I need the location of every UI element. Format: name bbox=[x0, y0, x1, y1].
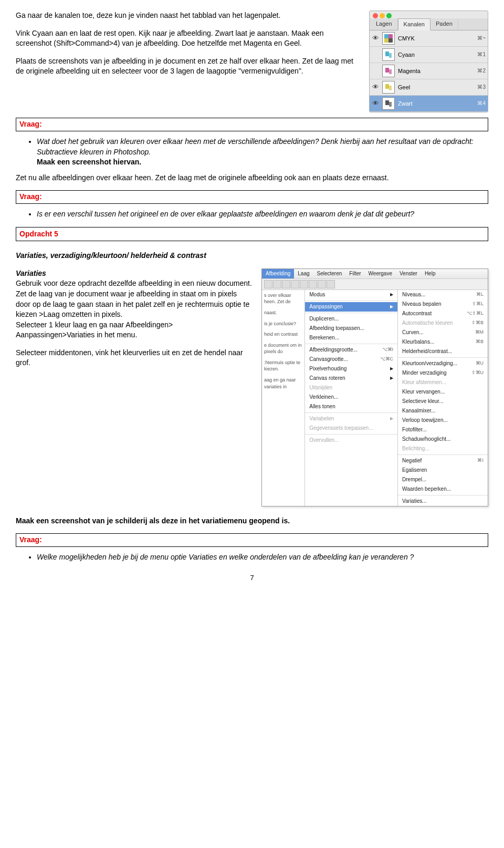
visibility-eye-icon[interactable]: 👁 bbox=[372, 84, 379, 91]
menu-separator bbox=[305, 434, 397, 435]
menubar-item-afbeelding[interactable]: Afbeelding bbox=[262, 269, 294, 278]
menu-item: Variabelen▶ bbox=[305, 414, 397, 423]
menu-item[interactable]: Kleur vervangen... bbox=[398, 387, 488, 397]
menu-item[interactable]: Verkleinen... bbox=[305, 392, 397, 402]
menubar-item-help[interactable]: Help bbox=[421, 269, 439, 278]
menu-item[interactable]: Variaties... bbox=[398, 497, 488, 506]
svg-rect-4 bbox=[385, 51, 389, 56]
menu-item[interactable]: Canvasgrootte...⌥⌘C bbox=[305, 355, 397, 364]
channel-shortcut: ⌘2 bbox=[477, 67, 486, 75]
menu-item[interactable]: Autocontrast⌥⇧⌘L bbox=[398, 309, 488, 318]
channel-label: Cyaan bbox=[398, 51, 474, 59]
vraag-label-2: Vraag: bbox=[19, 192, 42, 201]
menu-item[interactable]: Egaliseren bbox=[398, 466, 488, 475]
menu-item[interactable]: Schaduw/hooglicht... bbox=[398, 435, 488, 444]
tab-lagen[interactable]: Lagen bbox=[371, 18, 398, 30]
min-dot[interactable] bbox=[380, 13, 385, 18]
channel-shortcut: ⌘3 bbox=[477, 84, 486, 91]
channel-thumb bbox=[382, 81, 395, 94]
tab-paden[interactable]: Paden bbox=[430, 18, 458, 30]
truncated-doc-text: s over elkaar heen. Zet denaast.is je co… bbox=[262, 290, 305, 506]
svg-rect-3 bbox=[388, 38, 393, 43]
vraag1-bold: Maak een screenshot hiervan. bbox=[37, 158, 141, 166]
vraag3-bullet: Welke mogelijkheden heb je bij de menu o… bbox=[37, 552, 488, 563]
menu-item[interactable]: Waarden beperken... bbox=[398, 484, 488, 494]
max-dot[interactable] bbox=[386, 13, 392, 18]
menu-item[interactable]: Fotofilter... bbox=[398, 425, 488, 435]
menu-item[interactable]: Kleurbalans...⌘B bbox=[398, 337, 488, 347]
vraag-box-1: Vraag: bbox=[16, 118, 488, 131]
menu-item[interactable]: Kleurtoon/verzadiging...⌘U bbox=[398, 359, 488, 368]
channel-shortcut: ⌘~ bbox=[477, 35, 486, 42]
menu-item[interactable]: Drempel... bbox=[398, 475, 488, 484]
vraag-box-3: Vraag: bbox=[16, 533, 488, 547]
channel-shortcut: ⌘1 bbox=[477, 51, 486, 58]
menu-item[interactable]: Negatief⌘I bbox=[398, 456, 488, 466]
menubar-item-laag[interactable]: Laag bbox=[294, 269, 313, 278]
channel-shortcut: ⌘4 bbox=[477, 100, 486, 107]
channel-thumb bbox=[382, 65, 395, 77]
menu-item: Gegevenssets toepassen... bbox=[305, 423, 397, 433]
menu-item[interactable]: Selectieve kleur... bbox=[398, 397, 488, 406]
bold-instruction: Maak een screenshot van je schilderij al… bbox=[16, 516, 488, 526]
visibility-eye-icon[interactable] bbox=[372, 67, 379, 75]
menu-item[interactable]: Kanaalmixer... bbox=[398, 406, 488, 416]
visibility-eye-icon[interactable]: 👁 bbox=[372, 100, 379, 107]
menubar-item-weergave[interactable]: Weergave bbox=[365, 269, 396, 278]
menu-separator bbox=[398, 357, 488, 358]
svg-rect-5 bbox=[389, 53, 392, 58]
variaties-p4: Selecteer middentonen, vink het kleurver… bbox=[16, 348, 252, 368]
menu-item[interactable]: Verloop toewijzen... bbox=[398, 416, 488, 425]
menu-item[interactable]: Niveaus bepalen⇧⌘L bbox=[398, 299, 488, 309]
close-dot[interactable] bbox=[373, 13, 378, 18]
menu-item[interactable]: Berekenen... bbox=[305, 333, 397, 343]
intro-p2: Vink Cyaan aan en laat de rest open. Kij… bbox=[16, 28, 359, 49]
menu-item[interactable]: Helderheid/contrast... bbox=[398, 347, 488, 356]
menu-item[interactable]: Afbeeldingsgrootte...⌥⌘I bbox=[305, 345, 397, 355]
tab-kanalen[interactable]: Kanalen bbox=[398, 18, 430, 30]
channel-label: Zwart bbox=[398, 100, 474, 108]
svg-rect-9 bbox=[389, 86, 392, 90]
channel-thumb bbox=[382, 48, 395, 61]
opdracht5-label: Opdracht 5 bbox=[19, 230, 58, 238]
variaties-p1: Gebruik voor deze opdracht dezelfde afbe… bbox=[16, 278, 252, 289]
menu-separator bbox=[398, 454, 488, 455]
menubar-item-venster[interactable]: Venster bbox=[396, 269, 421, 278]
menu-item[interactable]: Curven...⌘M bbox=[398, 328, 488, 337]
menu-item[interactable]: Niveaus...⌘L bbox=[398, 290, 488, 299]
channel-row-cmyk[interactable]: 👁CMYK⌘~ bbox=[370, 30, 488, 47]
menu-item[interactable]: Alles tonen bbox=[305, 402, 397, 411]
menu-item[interactable]: Canvas roteren▶ bbox=[305, 374, 397, 383]
menu-item: Belichting... bbox=[398, 444, 488, 453]
menubar-item-selecteren[interactable]: Selecteren bbox=[313, 269, 346, 278]
variaties-p2: Zet de laag van je document waar je afbe… bbox=[16, 289, 252, 320]
menu-item[interactable]: Pixelverhouding▶ bbox=[305, 364, 397, 374]
visibility-eye-icon[interactable] bbox=[372, 51, 379, 58]
channel-label: Magenta bbox=[398, 67, 474, 75]
channel-row-geel[interactable]: 👁Geel⌘3 bbox=[370, 79, 488, 96]
channel-thumb bbox=[382, 97, 395, 110]
menu-item[interactable]: Modus▶ bbox=[305, 290, 397, 299]
tool-icons-row bbox=[262, 279, 488, 290]
afbeelding-menu: AfbeeldingLaagSelecterenFilterWeergaveVe… bbox=[261, 268, 488, 506]
channel-row-magenta[interactable]: Magenta⌘2 bbox=[370, 63, 488, 79]
svg-rect-8 bbox=[385, 84, 389, 89]
menu-item[interactable]: Afbeelding toepassen... bbox=[305, 324, 397, 333]
svg-rect-6 bbox=[385, 68, 389, 73]
menu-item: Automatische kleuren⇧⌘B bbox=[398, 318, 488, 328]
menu-item[interactable]: Minder verzadiging⇧⌘U bbox=[398, 368, 488, 378]
channel-row-cyaan[interactable]: Cyaan⌘1 bbox=[370, 47, 488, 63]
variaties-heading: Variaties bbox=[16, 269, 46, 277]
svg-rect-10 bbox=[385, 100, 389, 105]
intro-p3: Plaats de screenshots van je afbeelding … bbox=[16, 56, 359, 77]
visibility-eye-icon[interactable]: 👁 bbox=[372, 35, 379, 42]
channel-label: Geel bbox=[398, 84, 474, 91]
channel-row-zwart[interactable]: 👁Zwart⌘4 bbox=[370, 96, 488, 112]
svg-rect-0 bbox=[384, 34, 388, 38]
channels-panel: Lagen Kanalen Paden 👁CMYK⌘~Cyaan⌘1Magent… bbox=[369, 11, 488, 112]
menubar-item-filter[interactable]: Filter bbox=[345, 269, 364, 278]
menu-item[interactable]: Dupliceren... bbox=[305, 314, 397, 324]
variaties-p3: Selecteer 1 kleur laag en ga naar Afbeel… bbox=[16, 320, 252, 340]
menu-item[interactable]: Aanpassingen▶ bbox=[305, 302, 397, 312]
svg-rect-7 bbox=[389, 69, 392, 74]
